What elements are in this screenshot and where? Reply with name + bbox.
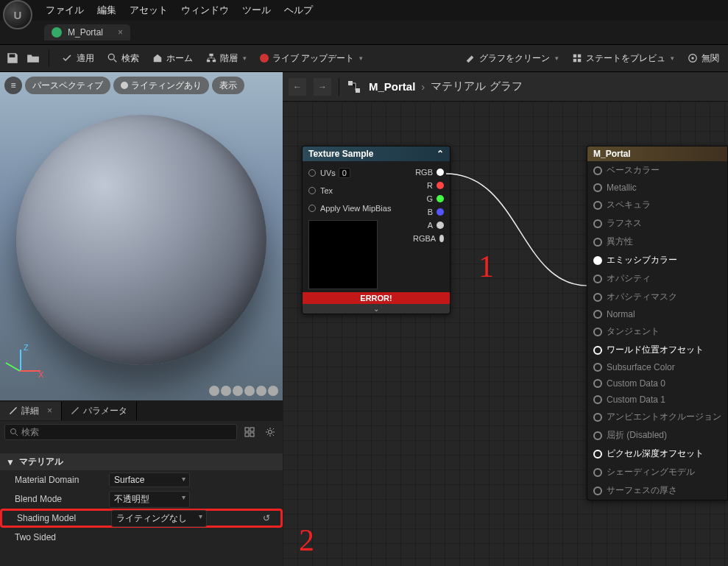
result-pin[interactable]: Custom Data 1 — [587, 392, 727, 408]
tab-title: M_Portal — [68, 27, 103, 38]
result-pin[interactable]: スペキュラ — [587, 196, 727, 214]
output-pin-rgba[interactable]: RGBA — [407, 232, 450, 245]
viewport-menu-icon[interactable]: ≡ — [4, 77, 22, 94]
menu-asset[interactable]: アセット — [130, 4, 168, 17]
svg-rect-17 — [356, 88, 360, 93]
prop-two-sided: Two Sided — [0, 528, 283, 547]
svg-rect-11 — [245, 428, 249, 431]
material-domain-dropdown[interactable]: Surface — [109, 473, 190, 487]
annotation-2: 2 — [299, 523, 314, 558]
nav-forward-icon[interactable]: → — [314, 78, 331, 96]
search-input[interactable]: 検索 — [4, 424, 237, 440]
menu-window[interactable]: ウィンドウ — [181, 4, 229, 17]
result-pin[interactable]: Custom Data 0 — [587, 375, 727, 392]
svg-point-0 — [108, 54, 114, 60]
grid-icon[interactable] — [241, 424, 258, 440]
result-pin[interactable]: ラフネス — [587, 214, 727, 233]
result-pin[interactable]: アンビエントオクルージョン — [587, 408, 727, 426]
svg-point-10 — [11, 429, 16, 434]
cleanup-button[interactable]: グラフをクリーン▾ — [461, 50, 563, 67]
perspective-pill[interactable]: パースペクティブ — [25, 77, 110, 94]
unrelated-button[interactable]: 無関 — [683, 50, 724, 67]
result-pin[interactable]: 異方性 — [587, 233, 727, 251]
unreal-logo-icon: U — [3, 0, 32, 29]
tab-close-icon[interactable]: × — [118, 27, 123, 38]
expand-icon[interactable]: ⌄ — [303, 304, 450, 314]
result-pin[interactable]: Normal — [587, 306, 727, 322]
svg-rect-16 — [348, 81, 353, 85]
output-pin-rgb[interactable]: RGB — [407, 166, 450, 179]
preview-sphere — [16, 115, 266, 365]
preview-viewport[interactable]: ≡ パースペクティブ ライティングあり 表示 Z X — [0, 72, 283, 400]
result-pin[interactable]: Metallic — [587, 180, 727, 196]
tab-parameters[interactable]: パラメータ — [62, 402, 137, 420]
result-pin[interactable]: エミッシブカラー — [587, 251, 727, 269]
node-error-badge: ERROR! — [303, 292, 450, 304]
svg-rect-4 — [573, 54, 576, 57]
svg-rect-14 — [250, 433, 254, 436]
result-pin[interactable]: ベースカラー — [587, 161, 727, 180]
output-pin-r[interactable]: R — [407, 179, 450, 192]
svg-rect-6 — [573, 59, 576, 62]
menu-edit[interactable]: 編集 — [97, 4, 116, 17]
output-pin-b[interactable]: B — [407, 205, 450, 219]
prop-shading-model: Shading Model ライティングなし ↺ — [0, 509, 283, 528]
result-pin[interactable]: タンジェント — [587, 322, 727, 341]
save-icon[interactable] — [4, 50, 21, 66]
output-pin-a[interactable]: A — [407, 219, 450, 232]
material-graph-icon — [347, 79, 361, 94]
apply-button[interactable]: 適用 — [57, 50, 99, 67]
category-material[interactable]: ▼マテリアル — [0, 453, 283, 470]
asset-tab[interactable]: M_Portal × — [44, 24, 130, 40]
annotation-1: 1 — [478, 249, 494, 284]
collapse-icon[interactable]: ⌃ — [437, 149, 444, 159]
nav-back-icon[interactable]: ← — [289, 78, 306, 96]
svg-rect-12 — [250, 428, 254, 431]
texture-preview — [308, 220, 378, 289]
gear-icon[interactable] — [262, 424, 278, 440]
blend-mode-dropdown[interactable]: 不透明型 — [109, 491, 190, 508]
result-pin[interactable]: サーフェスの厚さ — [587, 481, 727, 500]
result-pin[interactable]: ピクセル深度オフセット — [587, 445, 727, 463]
result-pin[interactable]: オパシティマスク — [587, 288, 727, 306]
prop-material-domain: Material Domain Surface — [0, 470, 283, 489]
graph-canvas[interactable]: Texture Sample⌃ UVs0 Tex Apply View MipB… — [283, 102, 728, 566]
menu-help[interactable]: ヘルプ — [284, 4, 313, 17]
result-pin[interactable]: オパシティ — [587, 269, 727, 288]
material-result-node[interactable]: M_Portal ベースカラーMetallicスペキュララフネス異方性エミッシブ… — [587, 146, 728, 500]
reset-icon[interactable]: ↺ — [263, 513, 270, 523]
menu-file[interactable]: ファイル — [46, 4, 84, 17]
browse-icon[interactable] — [25, 50, 41, 66]
preview-button[interactable]: ステートをプレビュ▾ — [568, 50, 679, 67]
output-pin-g[interactable]: G — [407, 192, 450, 205]
graph-wire — [446, 168, 593, 293]
shading-model-dropdown[interactable]: ライティングなし — [111, 510, 207, 527]
texture-sample-node[interactable]: Texture Sample⌃ UVs0 Tex Apply View MipB… — [302, 146, 450, 314]
svg-point-9 — [691, 57, 694, 60]
menu-tools[interactable]: ツール — [242, 4, 271, 17]
svg-rect-1 — [209, 54, 213, 57]
svg-rect-13 — [245, 433, 249, 436]
prop-blend-mode: Blend Mode 不透明型 — [0, 489, 283, 509]
result-pin[interactable]: ワールド位置オフセット — [587, 341, 727, 359]
home-button[interactable]: ホーム — [148, 50, 197, 67]
material-icon — [52, 27, 62, 38]
svg-rect-5 — [578, 54, 581, 57]
result-pin[interactable]: シェーディングモデル — [587, 463, 727, 481]
svg-rect-3 — [213, 60, 216, 63]
primitive-selector[interactable] — [209, 386, 278, 396]
liveupdate-button[interactable]: ライブ アップデート▾ — [255, 50, 367, 67]
svg-rect-2 — [207, 60, 210, 63]
hierarchy-button[interactable]: 階層▾ — [202, 50, 251, 67]
result-pin[interactable]: 屈折 (Disabled) — [587, 426, 727, 445]
result-pin[interactable]: Subsurface Color — [587, 359, 727, 375]
close-icon[interactable]: × — [47, 406, 52, 416]
search-button[interactable]: 検索 — [103, 50, 144, 67]
svg-rect-7 — [578, 59, 581, 62]
breadcrumb[interactable]: M_Portal › マテリアル グラフ — [369, 79, 523, 93]
svg-point-15 — [269, 431, 272, 434]
tab-details[interactable]: 詳細× — [0, 402, 62, 420]
lighting-pill[interactable]: ライティングあり — [113, 77, 209, 94]
display-pill[interactable]: 表示 — [212, 77, 244, 94]
